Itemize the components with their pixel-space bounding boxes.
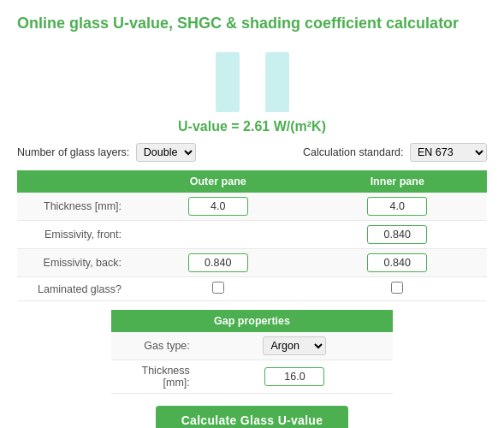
gap-thickness-label: Thickness [mm]:	[111, 360, 197, 394]
laminated-label: Laminated glass?	[17, 277, 128, 301]
gas-type-label: Gas type:	[111, 332, 197, 360]
col-outer-pane: Outer pane	[128, 170, 308, 193]
gas-type-select[interactable]: Argon Air Krypton Xenon	[263, 336, 326, 355]
standard-control: Calculation standard: EN 673 ISO 15099 A…	[303, 143, 487, 162]
emissivity-back-label: Emissivity, back:	[17, 249, 128, 277]
table-row: Emissivity, back:	[17, 249, 487, 277]
emissivity-front-label: Emissivity, front:	[17, 221, 128, 249]
inner-emissivity-front-cell	[308, 221, 488, 249]
outer-laminated-cell	[128, 277, 308, 301]
glass-visual	[17, 44, 487, 112]
inner-pane-visual	[265, 52, 289, 112]
outer-pane-visual	[216, 52, 240, 112]
inner-emissivity-back-cell	[308, 249, 488, 277]
standard-label: Calculation standard:	[303, 146, 403, 158]
outer-emissivity-front-cell	[128, 221, 308, 249]
gap-thickness-row: Thickness [mm]:	[111, 360, 393, 394]
inner-emissivity-back-input[interactable]	[367, 253, 427, 272]
inner-laminated-checkbox[interactable]	[391, 282, 403, 294]
table-row: Emissivity, front:	[17, 221, 487, 249]
inner-emissivity-front-input[interactable]	[367, 225, 427, 244]
gas-type-cell: Argon Air Krypton Xenon	[197, 332, 393, 360]
layers-label: Number of glass layers:	[17, 146, 129, 158]
gap-header: Gap properties	[111, 310, 393, 332]
standard-select[interactable]: EN 673 ISO 15099 ASHRAE	[410, 143, 487, 162]
gap-thickness-input[interactable]	[264, 367, 324, 386]
layers-select[interactable]: Double Single Triple	[136, 143, 196, 162]
table-row: Thickness [mm]:	[17, 193, 487, 221]
outer-emissivity-back-cell	[128, 249, 308, 277]
outer-laminated-checkbox[interactable]	[212, 282, 224, 294]
gap-properties-table: Gap properties Gas type: Argon Air Krypt…	[111, 310, 393, 394]
col-inner-pane: Inner pane	[308, 170, 488, 193]
outer-emissivity-back-input[interactable]	[188, 253, 248, 272]
layers-control: Number of glass layers: Double Single Tr…	[17, 143, 196, 162]
thickness-label: Thickness [mm]:	[17, 193, 128, 221]
pane-properties-table: Outer pane Inner pane Thickness [mm]: Em…	[17, 170, 487, 301]
inner-laminated-cell	[308, 277, 488, 301]
col-empty	[17, 170, 128, 193]
u-value-display: U-value = 2.61 W/(m²K)	[17, 119, 487, 134]
gap-thickness-cell	[197, 360, 393, 394]
gas-type-row: Gas type: Argon Air Krypton Xenon	[111, 332, 393, 360]
inner-thickness-input[interactable]	[367, 197, 427, 216]
inner-thickness-cell	[308, 193, 488, 221]
calculate-button[interactable]: Calculate Glass U-value	[156, 406, 349, 428]
outer-thickness-cell	[128, 193, 308, 221]
outer-thickness-input[interactable]	[188, 197, 248, 216]
controls-row: Number of glass layers: Double Single Tr…	[17, 143, 487, 162]
table-row: Laminated glass?	[17, 277, 487, 301]
page-title: Online glass U-value, SHGC & shading coe…	[17, 14, 487, 33]
